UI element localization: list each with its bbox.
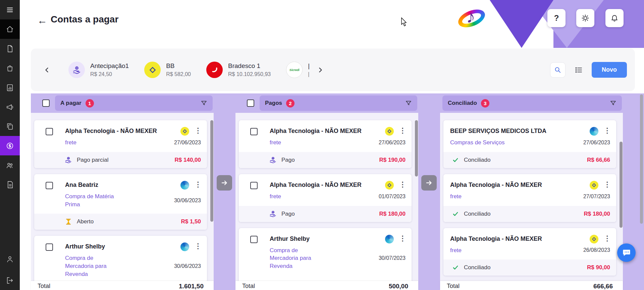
column-select-checkbox[interactable] — [42, 99, 50, 107]
column-scrollbar[interactable] — [210, 120, 213, 222]
file-icon — [6, 180, 14, 189]
column-scrollbar[interactable] — [620, 142, 623, 228]
sidebar-item-contacts[interactable] — [0, 155, 20, 175]
app-root: ← Contas a pagar ♪ ? — [0, 0, 644, 290]
card-date: 27/06/2023 — [174, 140, 203, 146]
check-icon — [451, 264, 460, 272]
kebab-menu-icon[interactable]: ⋮ — [398, 181, 408, 188]
filter-icon — [610, 100, 616, 106]
payable-card[interactable]: Ana Beatriz ⋮ Compra de Matéria Prima 30… — [34, 174, 207, 230]
card-checkbox[interactable] — [250, 236, 258, 243]
payable-card[interactable]: Arthur Shelby ⋮ Compra de Mercadoria par… — [239, 228, 412, 284]
payable-card[interactable]: BEEP SERVIÇOS MEDICOS LTDA ⋮ Compras de … — [443, 120, 616, 168]
card-category-link[interactable]: Compras de Serviços — [450, 139, 517, 147]
chat-launcher-button[interactable] — [617, 243, 636, 262]
column-title-pill: A pagar 1 — [55, 95, 213, 111]
bank-balance: | — [308, 71, 310, 77]
kebab-menu-icon[interactable]: ⋮ — [602, 181, 612, 188]
kebab-menu-icon[interactable]: ⋮ — [193, 181, 203, 188]
sidebar-item-purchases[interactable] — [0, 58, 20, 78]
chevron-left-icon — [44, 67, 50, 73]
search-button[interactable] — [550, 62, 566, 78]
bank-accounts-bar: Antecipação1 R$ 24,50 BB R$ 582,00 — [31, 49, 635, 91]
card-category-link[interactable]: frete — [450, 246, 517, 255]
kebab-menu-icon[interactable]: ⋮ — [398, 127, 408, 134]
search-icon — [554, 66, 561, 74]
sidebar-item-logout[interactable] — [0, 271, 20, 290]
payable-card[interactable]: Alpha Tecnologia - NÃO MEXER ⋮ frete 27/… — [34, 120, 207, 168]
sidebar-item-reports[interactable] — [0, 78, 20, 97]
card-status-footer: Pago parcial R$ 140,00 — [34, 152, 207, 168]
card-date: 27/06/2023 — [379, 140, 408, 146]
column-title: Conciliado — [448, 100, 477, 106]
payable-card[interactable]: Alpha Tecnologia - NÃO MEXER ⋮ frete 01/… — [239, 174, 412, 222]
help-button[interactable]: ? — [547, 9, 566, 27]
new-button[interactable]: Novo — [592, 62, 627, 78]
sidebar-item-profile[interactable] — [0, 249, 20, 269]
card-title: Alpha Tecnologia - NÃO MEXER — [65, 127, 176, 135]
menu-icon[interactable] — [0, 0, 20, 19]
kebab-menu-icon[interactable]: ⋮ — [602, 235, 612, 242]
settings-button[interactable] — [576, 9, 594, 27]
sidebar-item-notes[interactable] — [0, 175, 20, 194]
card-status: Conciliado — [464, 157, 490, 163]
bank-account-item[interactable]: BB R$ 582,00 — [144, 62, 191, 78]
user-icon — [6, 255, 14, 263]
card-status-footer: Conciliado R$ 180,00 — [443, 206, 616, 222]
column-body: Alpha Tecnologia - NÃO MEXER ⋮ frete 27/… — [235, 113, 418, 290]
hourglass-icon — [64, 218, 72, 226]
card-checkbox[interactable] — [250, 182, 258, 189]
card-category-link[interactable]: Compra de Mercadoria para Revenda — [270, 246, 324, 270]
column-total-row: Total 666,66 — [440, 281, 623, 290]
move-right-button[interactable] — [421, 175, 437, 191]
kebab-menu-icon[interactable]: ⋮ — [193, 242, 203, 249]
filter-button[interactable] — [610, 100, 616, 106]
page-scrollbar[interactable] — [640, 94, 643, 224]
card-category-link[interactable]: frete — [270, 193, 324, 201]
bank-account-item[interactable]: Bradesco 1 R$ 10.102.950,93 — [206, 62, 271, 78]
kebab-menu-icon[interactable]: ⋮ — [602, 127, 612, 134]
board-toolbar: Novo — [550, 62, 627, 78]
filter-button[interactable] — [405, 100, 412, 106]
back-arrow-icon[interactable]: ← — [37, 15, 47, 25]
column-title: Pagos — [265, 100, 282, 106]
card-category-link[interactable]: Compra de Mercadoria para Revenda — [65, 254, 119, 278]
card-category-link[interactable]: frete — [65, 139, 119, 147]
column-title-pill: Conciliado 3 — [442, 95, 622, 111]
total-value: 500,00 — [389, 283, 408, 290]
payable-card[interactable]: Alpha Tecnologia - NÃO MEXER ⋮ frete 26/… — [443, 228, 616, 276]
column-title: A pagar — [60, 100, 82, 106]
total-label: Total — [242, 283, 255, 290]
card-category-link[interactable]: frete — [270, 139, 324, 147]
sidebar-item-marketing[interactable] — [0, 97, 20, 117]
card-checkbox[interactable] — [46, 128, 53, 135]
move-right-button[interactable] — [217, 175, 232, 191]
page-header: ← Contas a pagar ♪ ? — [20, 0, 644, 48]
column-select-checkbox[interactable] — [247, 99, 254, 107]
bank-account-item[interactable]: Antecipação1 R$ 24,50 — [68, 62, 129, 78]
list-view-button[interactable] — [571, 62, 586, 78]
sidebar-item-files[interactable] — [0, 117, 20, 136]
kebab-menu-icon[interactable]: ⋮ — [193, 127, 203, 134]
filter-button[interactable] — [201, 100, 207, 106]
notifications-button[interactable] — [605, 9, 624, 27]
card-checkbox[interactable] — [46, 182, 53, 189]
column-title-pill: Pagos 2 — [260, 95, 417, 111]
column-scrollbar[interactable] — [415, 120, 418, 176]
card-checkbox[interactable] — [46, 243, 53, 251]
card-checkbox[interactable] — [250, 128, 258, 135]
megaphone-icon — [6, 103, 14, 111]
kebab-menu-icon[interactable]: ⋮ — [398, 235, 408, 242]
kanban-board: A pagar 1 Alpha Tecnologia - — [31, 93, 644, 290]
carousel-prev-button[interactable] — [41, 64, 53, 76]
payable-card[interactable]: Alpha Tecnologia - NÃO MEXER ⋮ frete 27/… — [239, 120, 412, 168]
sidebar-item-documents[interactable] — [0, 39, 20, 58]
hand-coin-icon — [269, 210, 277, 218]
card-category-link[interactable]: Compra de Matéria Prima — [65, 193, 119, 209]
payable-card[interactable]: Alpha Tecnologia - NÃO MEXER ⋮ frete 27/… — [443, 174, 616, 222]
bank-account-item[interactable]: Sicredi | | — [286, 62, 310, 78]
sidebar-item-home[interactable] — [0, 19, 20, 39]
sidebar-item-finance[interactable] — [0, 136, 20, 155]
card-category-link[interactable]: frete — [450, 193, 517, 201]
carousel-next-button[interactable] — [314, 64, 326, 76]
